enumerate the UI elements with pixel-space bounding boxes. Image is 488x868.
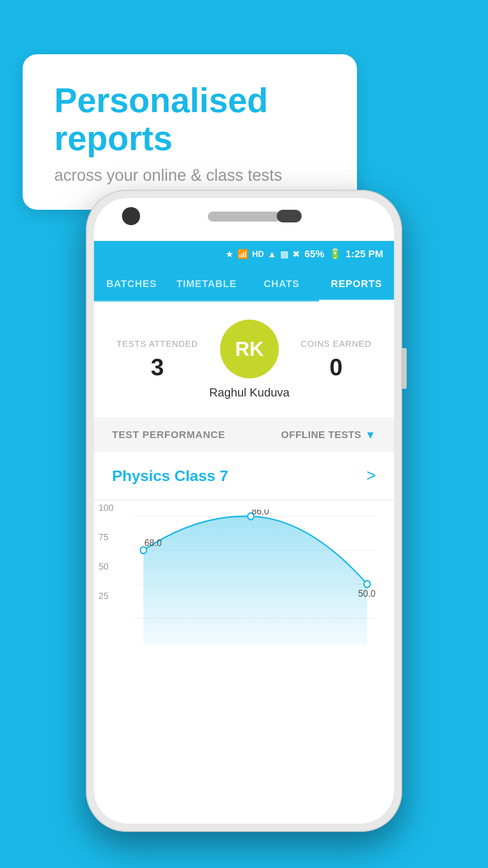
phone-speaker xyxy=(208,212,280,222)
y-label-100: 100 xyxy=(99,503,113,513)
wifi-icon: ▲ xyxy=(267,249,277,259)
tests-attended-label: TESTS ATTENDED xyxy=(117,339,198,349)
data-label-2: 86.0 xyxy=(252,509,269,516)
offline-tests-label: OFFLINE TESTS xyxy=(281,429,361,441)
chart-area: 100 75 50 25 xyxy=(94,500,394,663)
data-label-3: 50.0 xyxy=(358,588,376,599)
phone: ★ 📶 HD ▲ ▩ ✖ 65% 🔋 1:25 PM BATCHES xyxy=(86,190,402,832)
tab-batches[interactable]: BATCHES xyxy=(94,267,169,300)
tests-attended-block: TESTS ATTENDED 3 xyxy=(117,339,198,381)
clock: 1:25 PM xyxy=(346,248,383,260)
arrow-right-icon: > xyxy=(366,466,376,485)
avatar: RK xyxy=(220,320,279,378)
status-bar: ★ 📶 HD ▲ ▩ ✖ 65% 🔋 1:25 PM xyxy=(94,241,394,267)
data-point-3 xyxy=(364,581,370,588)
offline-tests-button[interactable]: OFFLINE TESTS ▼ xyxy=(281,429,376,441)
avatar-initials: RK xyxy=(235,338,264,360)
hd-icon: HD xyxy=(252,250,264,259)
tab-chats[interactable]: CHATS xyxy=(244,267,319,300)
speech-bubble: Personalised reports across your online … xyxy=(23,54,357,210)
phone-camera xyxy=(122,207,140,225)
tab-reports[interactable]: REPORTS xyxy=(319,267,394,300)
side-button xyxy=(401,348,407,389)
phone-home-indicator xyxy=(277,210,302,222)
phone-screen: ★ 📶 HD ▲ ▩ ✖ 65% 🔋 1:25 PM BATCHES xyxy=(94,198,394,824)
phone-outer: ★ 📶 HD ▲ ▩ ✖ 65% 🔋 1:25 PM BATCHES xyxy=(86,190,402,832)
bubble-title: Personalised reports xyxy=(54,81,325,157)
bubble-subtitle: across your online & class tests xyxy=(54,166,325,185)
xsignal-icon: ✖ xyxy=(292,249,300,259)
tests-attended-value: 3 xyxy=(117,354,198,381)
user-name: Raghul Kuduva xyxy=(209,386,290,400)
class-row[interactable]: Physics Class 7 > xyxy=(94,452,394,500)
bluetooth-icon: ★ xyxy=(225,249,234,259)
profile-section: TESTS ATTENDED 3 RK Raghul Kuduva COINS … xyxy=(94,302,394,419)
vibrate-icon: 📶 xyxy=(237,249,249,259)
coins-earned-label: COINS EARNED xyxy=(300,339,371,349)
chevron-down-icon: ▼ xyxy=(365,429,376,441)
nav-tabs: BATCHES TIMETABLE CHATS REPORTS xyxy=(94,267,394,302)
battery-icon: 🔋 xyxy=(329,248,341,260)
battery-level: 65% xyxy=(305,248,324,260)
signal-icon: ▩ xyxy=(280,249,289,259)
tab-timetable[interactable]: TIMETABLE xyxy=(169,267,244,300)
y-label-50: 50 xyxy=(99,561,108,572)
avatar-block: RK Raghul Kuduva xyxy=(209,320,290,400)
y-label-25: 25 xyxy=(99,591,108,601)
coins-earned-block: COINS EARNED 0 xyxy=(300,339,371,381)
app-screen: ★ 📶 HD ▲ ▩ ✖ 65% 🔋 1:25 PM BATCHES xyxy=(94,241,394,824)
data-label-1: 68.0 xyxy=(144,538,162,548)
class-name: Physics Class 7 xyxy=(112,467,228,485)
y-label-75: 75 xyxy=(99,532,108,542)
performance-bar: TEST PERFORMANCE OFFLINE TESTS ▼ xyxy=(94,419,394,452)
status-icons: ★ 📶 HD ▲ ▩ ✖ xyxy=(225,249,300,259)
coins-earned-value: 0 xyxy=(300,354,371,381)
performance-chart: 68.0 86.0 50.0 xyxy=(117,509,385,645)
test-performance-label: TEST PERFORMANCE xyxy=(112,429,225,441)
chart-fill xyxy=(143,516,367,645)
